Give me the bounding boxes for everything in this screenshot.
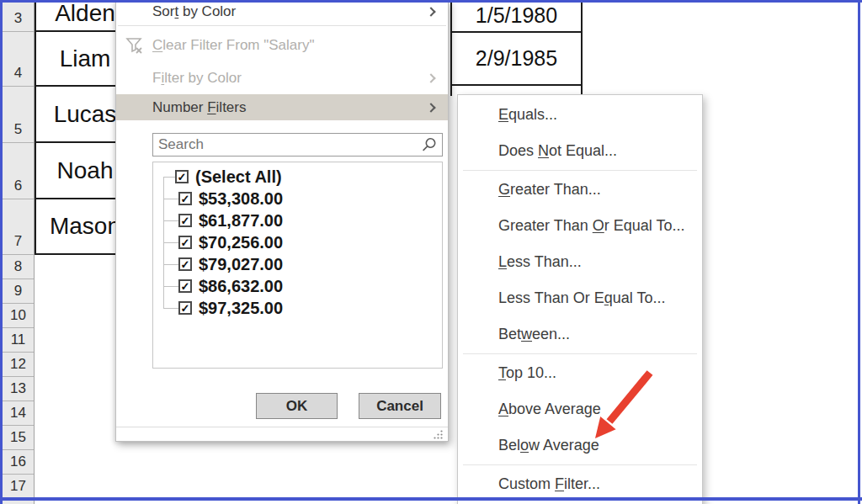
checkbox-label: (Select All) [195,167,282,187]
menu-item-label: Sort by Color [152,3,236,20]
checkbox-label: $53,308.00 [199,189,283,209]
checkbox-item[interactable]: $79,027.00 [153,253,442,275]
checkbox[interactable] [178,301,192,315]
submenu-item-label: Less Than Or Equal To... [498,289,665,307]
row-header-cell[interactable]: 15 [3,426,34,450]
submenu-item-label: Does Not Equal... [498,142,617,160]
chevron-right-icon [426,7,435,16]
submenu-item-equals[interactable]: Equals... [458,97,702,133]
submenu-separator [463,353,697,354]
row-header-cell[interactable]: 12 [3,353,34,377]
submenu-item-greater-than-or-equal-to[interactable]: Greater Than Or Equal To... [458,208,702,244]
clear-filter-icon [125,36,143,55]
submenu-item-label: Equals... [498,106,557,124]
row-header: 34567891011121314151617 [3,0,35,504]
submenu-item-label: Top 10... [498,364,556,382]
chevron-right-icon [426,103,435,112]
search-input[interactable] [152,133,443,157]
value-filter-list: (Select All)$53,308.00$61,877.00$70,256.… [152,162,443,369]
row-header-cell[interactable]: 8 [3,255,34,279]
checkbox-item[interactable]: $97,325.00 [153,297,442,319]
date-cell[interactable]: 2/9/1985 [450,31,583,86]
checkbox[interactable] [178,279,192,293]
checkbox-item[interactable]: $70,256.00 [153,231,442,253]
filter-dropdown: Sort by ColorClear Filter From "Salary"F… [115,0,449,442]
submenu-item-does-not-equal[interactable]: Does Not Equal... [458,133,702,169]
menu-item-label: Filter by Color [152,70,242,87]
menu-item-clear-filter: Clear Filter From "Salary" [116,28,448,62]
submenu-item-label: Below Average [498,437,599,454]
checkbox[interactable] [178,257,192,271]
dropdown-footer-divider [116,427,448,427]
row-header-cell[interactable]: 16 [3,450,34,475]
chevron-right-icon [426,73,435,82]
date-cell[interactable]: 1/5/1980 [450,0,583,33]
menu-item-sort-by-color[interactable]: Sort by Color [116,0,448,25]
submenu-item-label: Greater Than... [498,181,601,199]
checkbox[interactable] [178,236,192,249]
number-filters-submenu: Equals...Does Not Equal...Greater Than..… [457,94,703,504]
row-header-cell[interactable]: 4 [3,32,34,87]
checkbox[interactable] [175,170,189,183]
checkbox-label: $70,256.00 [199,233,283,252]
submenu-item-above-average[interactable]: Above Average [458,391,702,427]
checkbox[interactable] [178,214,192,227]
row-header-cell[interactable]: 17 [3,475,34,499]
menu-item-filter-by-color: Filter by Color [116,62,448,94]
checkbox-item[interactable]: $61,877.00 [153,210,442,231]
checkbox-label: $97,325.00 [199,299,283,318]
search-icon [422,137,437,152]
submenu-item-label: Greater Than Or Equal To... [498,217,684,235]
checkbox-label: $79,027.00 [199,255,283,274]
row-header-cell[interactable]: 14 [3,401,34,426]
menu-separator [118,25,446,26]
submenu-item-top-10[interactable]: Top 10... [458,355,702,391]
checkbox[interactable] [178,192,192,205]
submenu-item-custom-filter[interactable]: Custom Filter... [458,466,702,502]
submenu-separator [463,170,697,171]
menu-item-number-filters[interactable]: Number Filters [116,94,448,120]
submenu-item-below-average[interactable]: Below Average [458,427,702,464]
menu-item-label: Number Filters [152,99,246,116]
submenu-item-label: Less Than... [498,253,582,271]
checkbox-item[interactable]: $53,308.00 [153,188,442,210]
ok-button[interactable]: OK [256,393,338,419]
submenu-item-label: Custom Filter... [498,475,600,493]
menu-item-label: Clear Filter From "Salary" [152,37,315,54]
submenu-item-greater-than[interactable]: Greater Than... [458,172,702,208]
row-header-cell[interactable]: 6 [3,143,34,199]
row-header-cell[interactable]: 9 [3,279,34,304]
checkbox-label: $86,632.00 [199,277,283,296]
checkbox-item-select-all[interactable]: (Select All) [153,166,442,188]
row-header-cell[interactable]: 11 [3,328,34,353]
row-header-cell[interactable]: 3 [3,0,34,32]
row-header-cell[interactable]: 13 [3,377,34,401]
submenu-item-less-than-or-equal-to[interactable]: Less Than Or Equal To... [458,280,702,316]
submenu-item-between[interactable]: Between... [458,316,702,353]
row-header-cell[interactable]: 5 [3,87,34,143]
cancel-button[interactable]: Cancel [359,393,441,419]
row-header-cell[interactable]: 10 [3,304,34,328]
checkbox-item[interactable]: $86,632.00 [153,275,442,297]
submenu-item-label: Above Average [498,401,601,418]
submenu-item-less-than[interactable]: Less Than... [458,244,702,280]
checkbox-label: $61,877.00 [199,211,283,231]
submenu-item-label: Between... [498,326,570,343]
row-header-cell[interactable]: 7 [3,199,34,255]
submenu-separator [463,464,697,465]
resize-grip[interactable] [433,429,444,440]
